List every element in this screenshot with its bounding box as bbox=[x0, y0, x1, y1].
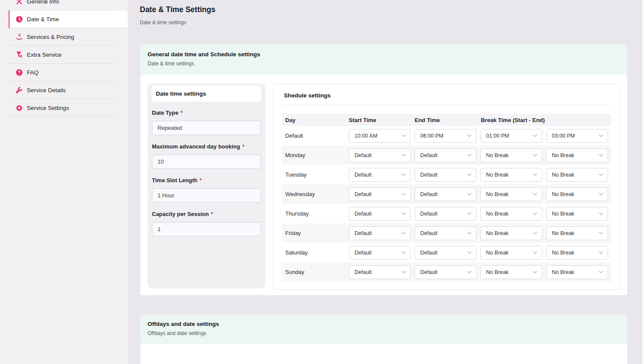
offday-checkbox-wednesday[interactable]: Wednesday bbox=[242, 352, 289, 364]
schedule-row-sunday: Sunday Default Default No Break No Break bbox=[282, 262, 611, 282]
general-panel-title: General date time and Schedule settings bbox=[148, 51, 619, 58]
select-value: Default bbox=[354, 172, 372, 178]
max-advanced-booking-input[interactable] bbox=[152, 155, 261, 169]
sidebar-item-label: Date & Time bbox=[27, 16, 59, 23]
sidebar-item-date-time[interactable]: Date & Time bbox=[9, 10, 128, 28]
break-start-select[interactable]: No Break bbox=[480, 265, 542, 279]
general-panel-subtitle: Date & time settings bbox=[148, 61, 619, 67]
chevron-down-icon bbox=[467, 271, 472, 274]
end-time-select[interactable]: Default bbox=[415, 226, 477, 240]
chevron-down-icon bbox=[401, 134, 406, 137]
break-start-select[interactable]: 01:00 PM bbox=[480, 129, 542, 143]
sidebar-item-label: Service Settings bbox=[27, 105, 69, 111]
column-header-day: Day bbox=[282, 117, 349, 123]
offday-checkbox-friday[interactable]: Friday bbox=[335, 352, 382, 364]
wrench-icon bbox=[16, 87, 23, 94]
gear-icon bbox=[16, 104, 23, 112]
select-value: 01:00 PM bbox=[486, 133, 509, 139]
time-slot-length-input[interactable] bbox=[152, 188, 261, 203]
scrollbar[interactable] bbox=[641, 0, 644, 364]
offday-checkbox-saturday[interactable]: Saturday bbox=[382, 352, 429, 364]
break-start-select[interactable]: No Break bbox=[480, 187, 542, 201]
break-end-select[interactable]: No Break bbox=[546, 168, 608, 182]
schedule-day-label: Sunday bbox=[282, 269, 349, 275]
end-time-select[interactable]: Default bbox=[415, 168, 477, 182]
chevron-down-icon bbox=[599, 232, 603, 235]
start-time-select[interactable]: Default bbox=[349, 148, 411, 162]
start-time-select[interactable]: Default bbox=[349, 168, 411, 182]
capacity-per-session-input[interactable] bbox=[152, 222, 261, 236]
sidebar-item-extra-service[interactable]: + Extra Service bbox=[0, 46, 128, 64]
general-panel-header: General date time and Schedule settings … bbox=[140, 45, 627, 75]
schedule-table-header: Day Start Time End Time Break Time (Star… bbox=[282, 114, 611, 126]
schedule-day-label: Default bbox=[282, 132, 349, 139]
date-time-settings-card: Date time settings Date Type* Maximum ad… bbox=[148, 84, 265, 288]
sidebar-item-faq[interactable]: ? FAQ bbox=[0, 64, 128, 81]
offday-checkbox-monday[interactable]: Monday bbox=[148, 352, 195, 364]
chevron-down-icon bbox=[533, 232, 538, 235]
break-start-select[interactable]: No Break bbox=[480, 148, 542, 162]
chevron-down-icon bbox=[467, 251, 472, 254]
break-start-select[interactable]: No Break bbox=[480, 246, 542, 260]
start-time-select[interactable]: Default bbox=[349, 265, 411, 279]
select-value: No Break bbox=[486, 230, 509, 236]
offday-checkbox-sunday[interactable]: Sunday bbox=[429, 352, 476, 364]
start-time-select[interactable]: Default bbox=[349, 226, 411, 240]
break-end-select[interactable]: No Break bbox=[546, 265, 608, 279]
chevron-down-icon bbox=[401, 271, 406, 274]
end-time-select[interactable]: Default bbox=[415, 187, 477, 201]
end-time-select[interactable]: Default bbox=[415, 265, 477, 279]
select-value: Default bbox=[354, 250, 372, 256]
end-time-select[interactable]: 06:00 PM bbox=[415, 129, 477, 143]
break-end-select[interactable]: No Break bbox=[546, 226, 608, 240]
start-time-select[interactable]: 10:00 AM bbox=[349, 129, 411, 143]
select-value: No Break bbox=[552, 152, 574, 158]
break-end-select[interactable]: 03:00 PM bbox=[546, 129, 608, 143]
end-time-select[interactable]: Default bbox=[415, 246, 477, 260]
offdays-panel-body: Monday Tuesday Wednesday Thursday Friday… bbox=[140, 344, 627, 364]
funnel-icon: + bbox=[16, 51, 23, 58]
chevron-down-icon bbox=[401, 154, 406, 157]
break-start-select[interactable]: No Break bbox=[480, 168, 542, 182]
sidebar-nav: General Info Date & Time $ Services & Pr… bbox=[0, 0, 128, 117]
sidebar-item-label: FAQ bbox=[27, 69, 39, 76]
break-end-select[interactable]: No Break bbox=[546, 187, 608, 201]
break-end-select[interactable]: No Break bbox=[546, 207, 608, 221]
chevron-down-icon bbox=[599, 173, 603, 176]
sidebar-item-label: Service Details bbox=[27, 87, 66, 93]
start-time-select[interactable]: Default bbox=[349, 187, 411, 201]
sidebar-item-service-settings[interactable]: Service Settings bbox=[0, 99, 128, 117]
chevron-down-icon bbox=[533, 134, 538, 137]
schedule-rows: Default 10:00 AM 06:00 PM 01:00 PM 03:00… bbox=[282, 126, 611, 282]
start-time-select[interactable]: Default bbox=[349, 207, 411, 221]
offday-checkbox-tuesday[interactable]: Tuesday bbox=[195, 352, 242, 364]
sidebar-item-label: General Info bbox=[27, 0, 59, 5]
sidebar-item-services-pricing[interactable]: $ Services & Pricing bbox=[0, 28, 128, 46]
field-label-text: Time Slot Length bbox=[152, 177, 197, 184]
date-type-input[interactable] bbox=[152, 121, 261, 135]
break-end-select[interactable]: No Break bbox=[546, 148, 608, 162]
chevron-down-icon bbox=[599, 212, 603, 215]
schedule-row-saturday: Saturday Default Default No Break No Bre… bbox=[282, 243, 611, 262]
svg-text:?: ? bbox=[18, 70, 20, 75]
break-start-select[interactable]: No Break bbox=[480, 226, 542, 240]
select-value: No Break bbox=[552, 230, 574, 236]
break-end-select[interactable]: No Break bbox=[546, 246, 608, 260]
sidebar-item-service-details[interactable]: Service Details bbox=[0, 81, 128, 99]
end-time-select[interactable]: Default bbox=[415, 148, 477, 162]
main-content: Date & Time Settings Date & time setting… bbox=[128, 0, 641, 364]
select-value: Default bbox=[420, 269, 438, 275]
start-time-select[interactable]: Default bbox=[349, 246, 411, 260]
sidebar-item-general-info[interactable]: General Info bbox=[0, 0, 128, 10]
break-start-select[interactable]: No Break bbox=[480, 207, 542, 221]
offday-checkbox-thursday[interactable]: Thursday bbox=[289, 352, 335, 364]
schedule-row-thursday: Thursday Default Default No Break No Bre… bbox=[282, 204, 611, 223]
svg-text:+: + bbox=[20, 55, 22, 58]
clock-icon bbox=[16, 16, 23, 23]
schedule-table: Day Start Time End Time Break Time (Star… bbox=[282, 114, 611, 282]
end-time-select[interactable]: Default bbox=[415, 207, 477, 221]
select-value: No Break bbox=[486, 152, 509, 158]
select-value: No Break bbox=[552, 211, 574, 217]
schedule-settings-card: Shedule settings Day Start Time End Time… bbox=[273, 84, 620, 290]
chevron-down-icon bbox=[533, 212, 538, 215]
